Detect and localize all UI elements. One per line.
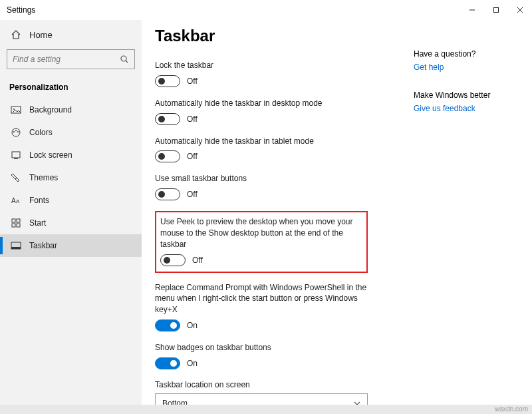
search-field[interactable]: [13, 55, 120, 64]
setting-badges: Show badges on taskbar buttons On: [155, 342, 368, 369]
setting-small-buttons: Use small taskbar buttons Off: [155, 173, 368, 200]
sidebar-item-colors[interactable]: Colors: [0, 121, 142, 144]
toggle-state: On: [187, 359, 198, 368]
svg-point-8: [12, 128, 20, 136]
setting-lock-taskbar: Lock the taskbar Off: [155, 60, 368, 87]
home-icon: [11, 29, 21, 40]
svg-rect-17: [17, 219, 20, 222]
sidebar-item-label: Themes: [29, 173, 58, 182]
get-help-link[interactable]: Get help: [414, 63, 444, 72]
toggle-powershell[interactable]: [155, 319, 180, 331]
image-icon: [11, 104, 21, 115]
setting-peek: Use Peek to preview the desktop when you…: [160, 216, 362, 266]
help-heading: Have a question?: [414, 49, 520, 59]
right-column: Have a question? Get help Make Windows b…: [414, 27, 520, 405]
svg-rect-13: [14, 158, 18, 159]
home-label: Home: [29, 30, 53, 40]
svg-rect-12: [12, 152, 20, 158]
svg-rect-19: [17, 224, 20, 227]
setting-peek-highlighted: Use Peek to preview the desktop when you…: [155, 211, 368, 272]
svg-rect-1: [494, 7, 499, 12]
minimize-button[interactable]: [460, 0, 484, 20]
maximize-button[interactable]: [484, 0, 508, 20]
toggle-state: Off: [192, 256, 203, 265]
svg-point-4: [121, 56, 126, 61]
toggle-peek[interactable]: [160, 254, 186, 266]
sidebar: Home Personalization Background Colors L…: [0, 20, 142, 405]
svg-rect-16: [12, 219, 15, 222]
svg-point-9: [13, 131, 15, 132]
toggle-state: Off: [187, 152, 198, 161]
page-heading: Taskbar: [155, 27, 407, 45]
search-input[interactable]: [7, 49, 135, 69]
watermark: wsxdn.com: [495, 405, 528, 413]
setting-label: Use small taskbar buttons: [155, 173, 368, 184]
svg-point-7: [13, 108, 15, 110]
setting-label: Replace Command Prompt with Windows Powe…: [155, 282, 368, 315]
section-title: Personalization: [0, 79, 142, 99]
toggle-badges[interactable]: [155, 357, 180, 369]
toggle-state: Off: [187, 190, 198, 199]
feedback-heading: Make Windows better: [414, 91, 520, 100]
setting-label: Automatically hide the taskbar in deskto…: [155, 98, 368, 109]
lockscreen-icon: [11, 150, 21, 160]
setting-label: Automatically hide the taskbar in tablet…: [155, 136, 368, 147]
close-button[interactable]: [508, 0, 532, 20]
sidebar-item-label: Lock screen: [29, 150, 72, 160]
toggle-small-buttons[interactable]: [155, 188, 180, 200]
setting-label: Show badges on taskbar buttons: [155, 342, 368, 353]
help-block: Have a question? Get help: [414, 49, 520, 72]
feedback-block: Make Windows better Give us feedback: [414, 91, 520, 113]
sidebar-item-label: Colors: [29, 128, 53, 137]
setting-autohide-tablet: Automatically hide the taskbar in tablet…: [155, 136, 368, 163]
main-panel: Taskbar Lock the taskbar Off Automatical…: [155, 27, 414, 405]
svg-rect-21: [11, 247, 21, 249]
themes-icon: [11, 172, 21, 183]
svg-text:A: A: [11, 197, 16, 204]
dropdown-taskbar-location[interactable]: Bottom: [155, 393, 368, 405]
home-nav[interactable]: Home: [0, 25, 142, 49]
toggle-autohide-desktop[interactable]: [155, 113, 180, 125]
sidebar-item-themes[interactable]: Themes: [0, 166, 142, 189]
setting-taskbar-location: Taskbar location on screen Bottom: [155, 380, 368, 405]
window-title: Settings: [0, 5, 35, 15]
give-feedback-link[interactable]: Give us feedback: [414, 104, 475, 113]
sidebar-item-start[interactable]: Start: [0, 212, 142, 234]
palette-icon: [11, 127, 21, 138]
window-controls: [460, 0, 532, 20]
setting-label: Taskbar location on screen: [155, 380, 368, 389]
toggle-autohide-tablet[interactable]: [155, 150, 180, 162]
toggle-state: Off: [187, 77, 198, 86]
titlebar: Settings: [0, 0, 532, 20]
sidebar-item-lockscreen[interactable]: Lock screen: [0, 144, 142, 166]
search-icon: [120, 55, 129, 64]
fonts-icon: AA: [11, 195, 21, 206]
sidebar-item-fonts[interactable]: AA Fonts: [0, 189, 142, 212]
content: Taskbar Lock the taskbar Off Automatical…: [142, 20, 532, 405]
svg-point-11: [17, 131, 19, 132]
sidebar-item-background[interactable]: Background: [0, 99, 142, 121]
setting-autohide-desktop: Automatically hide the taskbar in deskto…: [155, 98, 368, 125]
toggle-state: On: [187, 321, 198, 330]
sidebar-item-taskbar[interactable]: Taskbar: [0, 234, 142, 257]
taskbar-icon: [11, 240, 21, 251]
chevron-down-icon: [354, 400, 360, 405]
sidebar-item-label: Taskbar: [29, 241, 57, 250]
footer-bar: [0, 405, 532, 414]
setting-label: Use Peek to preview the desktop when you…: [160, 216, 362, 250]
sidebar-item-label: Fonts: [29, 196, 49, 205]
dropdown-value: Bottom: [162, 399, 188, 405]
setting-label: Lock the taskbar: [155, 60, 368, 71]
svg-text:A: A: [16, 198, 20, 204]
setting-powershell: Replace Command Prompt with Windows Powe…: [155, 282, 368, 331]
svg-point-10: [15, 130, 17, 131]
toggle-lock-taskbar[interactable]: [155, 75, 180, 87]
svg-line-5: [126, 61, 128, 63]
sidebar-item-label: Start: [29, 218, 46, 228]
start-icon: [11, 218, 21, 228]
svg-rect-18: [12, 224, 15, 227]
toggle-state: Off: [187, 114, 198, 124]
sidebar-item-label: Background: [29, 105, 72, 114]
